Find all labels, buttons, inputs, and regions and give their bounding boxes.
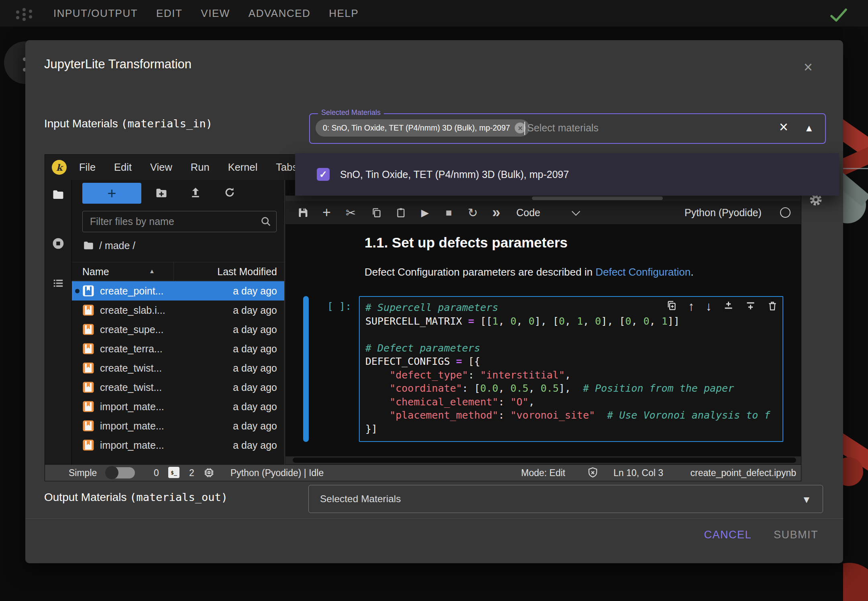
code-token: }]: [365, 423, 377, 435]
file-row[interactable]: import_mate...a day ago: [72, 435, 284, 455]
code-line: "placement_method": "voronoi_site" # Use…: [365, 409, 782, 422]
run-cell-icon[interactable]: ▶: [421, 201, 429, 224]
topbar-menu-item[interactable]: VIEW: [201, 7, 230, 20]
material-option-label[interactable]: SnO, Tin Oxide, TET (P4/nmm) 3D (Bulk), …: [340, 169, 569, 180]
cell-type-caret-icon[interactable]: [573, 201, 579, 224]
jupyter-statusbar: Simple 0 $_ 2 Python (Pyodide) | Idle Mo…: [45, 465, 801, 481]
terminal-count[interactable]: 0: [154, 468, 159, 478]
code-token: "coordinate": [389, 382, 462, 394]
file-browser-tab-icon[interactable]: [52, 189, 64, 202]
jupyter-menu-item[interactable]: Kernel: [219, 161, 267, 173]
jupyter-menu-item[interactable]: Edit: [105, 161, 141, 173]
new-launcher-button[interactable]: +: [82, 183, 141, 204]
cut-icon[interactable]: ✂: [346, 201, 356, 224]
file-row[interactable]: create_twist...a day ago: [72, 378, 284, 397]
selected-materials-field[interactable]: Selected Materials 0: SnO, Tin Oxide, TE…: [309, 113, 826, 144]
code-token: [462, 315, 468, 327]
input-materials-label-text: Input Materials: [44, 117, 121, 130]
shield-x-icon[interactable]: [587, 467, 599, 481]
topbar-menu-item[interactable]: EDIT: [156, 7, 182, 20]
jupyterlite-window: k FileEditViewRunKernelTabs: [45, 155, 801, 481]
table-of-contents-tab-icon[interactable]: [52, 277, 64, 291]
jupyter-menu-item[interactable]: Run: [181, 161, 219, 173]
topbar-menu-item[interactable]: INPUT/OUTPUT: [53, 7, 138, 20]
notebook-filename[interactable]: create_point_defect.ipynb: [691, 468, 796, 478]
file-row[interactable]: create_slab.i...a day ago: [72, 300, 284, 320]
upload-icon[interactable]: [189, 186, 202, 200]
save-icon[interactable]: [297, 201, 309, 224]
topbar-menu-item[interactable]: ADVANCED: [249, 7, 311, 20]
notebook-hscrollbar[interactable]: [285, 456, 801, 464]
insert-cell-icon[interactable]: +: [322, 201, 331, 224]
kernel-count[interactable]: 2: [189, 468, 194, 478]
code-line: # Defect parameters: [365, 341, 782, 355]
simple-mode-label: Simple: [69, 468, 97, 478]
code-token: ,: [528, 382, 540, 394]
material-chip[interactable]: 0: SnO, Tin Oxide, TET (P4/nmm) 3D (Bulk…: [316, 119, 530, 137]
material-checkbox[interactable]: ✓: [317, 168, 330, 181]
jupyter-menu-item[interactable]: File: [70, 161, 105, 173]
column-name[interactable]: Name: [82, 266, 109, 278]
cell-collapser[interactable]: [303, 296, 309, 442]
submit-button[interactable]: SUBMIT: [774, 529, 818, 541]
defect-configuration-link[interactable]: Defect Configuration: [595, 266, 691, 278]
move-cell-up-icon[interactable]: ↑: [688, 300, 695, 313]
restart-run-all-icon[interactable]: »: [492, 201, 500, 224]
delete-cell-icon[interactable]: [767, 300, 778, 313]
materials-search-input[interactable]: Select materials: [527, 122, 599, 134]
breadcrumb[interactable]: / made /: [83, 240, 135, 251]
file-row[interactable]: import_mate...a day ago: [72, 397, 284, 416]
kernel-status-icon[interactable]: [780, 201, 791, 224]
editor-mode[interactable]: Mode: Edit: [521, 468, 565, 478]
file-row[interactable]: import_mate...a day ago: [72, 416, 284, 435]
simple-mode-toggle[interactable]: [106, 467, 135, 478]
collapse-caret-icon[interactable]: ▲: [804, 123, 814, 134]
jupyter-menu-item[interactable]: View: [141, 161, 181, 173]
app-topbar: INPUT/OUTPUTEDITVIEWADVANCEDHELP: [0, 0, 868, 27]
code-cell[interactable]: ↑ ↓ # Supercell para: [359, 296, 783, 442]
cell-type-select[interactable]: Code: [516, 201, 540, 224]
clear-selection-icon[interactable]: ×: [779, 119, 788, 135]
paste-icon[interactable]: [395, 201, 406, 224]
topbar-menu-item[interactable]: HELP: [329, 7, 359, 20]
close-icon[interactable]: ×: [804, 59, 813, 75]
move-cell-down-icon[interactable]: ↓: [706, 300, 712, 313]
code-token: 0: [595, 315, 601, 327]
tabbar-scrollbar[interactable]: [285, 196, 801, 201]
file-row[interactable]: create_point...a day ago: [72, 281, 284, 300]
code-token: "voronoi_site": [510, 409, 595, 421]
code-token: DEFECT_CONFIGS: [365, 356, 450, 367]
file-name: import_mate...: [100, 401, 164, 413]
file-row[interactable]: create_terra...a day ago: [72, 339, 284, 358]
output-materials-select[interactable]: Selected Materials ▼: [308, 485, 823, 513]
column-last-modified[interactable]: Last Modified: [217, 266, 277, 278]
insert-cell-below-icon[interactable]: [745, 300, 756, 313]
interrupt-kernel-icon[interactable]: ■: [446, 201, 452, 224]
kernel-status-text[interactable]: Python (Pyodide) | Idle: [230, 468, 324, 478]
file-modified: a day ago: [233, 401, 277, 413]
insert-cell-above-icon[interactable]: [723, 300, 734, 313]
notebook-file-icon: [82, 439, 94, 451]
running-sessions-tab-icon[interactable]: [52, 237, 65, 251]
code-token: 0: [510, 315, 516, 327]
app-logo-icon[interactable]: [16, 8, 34, 20]
code-line: SUPERCELL_MATRIX = [[1, 0, 0], [0, 1, 0]…: [365, 315, 782, 328]
code-token: [[: [474, 315, 492, 327]
filter-files-input[interactable]: Filter files by name: [82, 211, 277, 232]
refresh-icon[interactable]: [224, 186, 236, 200]
terminal-icon[interactable]: $_: [168, 467, 179, 478]
code-lines[interactable]: # Supercell parametersSUPERCELL_MATRIX =…: [365, 301, 782, 435]
kernel-name[interactable]: Python (Pyodide): [685, 201, 762, 224]
duplicate-cell-icon[interactable]: [666, 300, 677, 313]
restart-kernel-icon[interactable]: ↻: [468, 201, 478, 224]
file-row[interactable]: create_supe...a day ago: [72, 320, 284, 339]
copy-icon[interactable]: [371, 201, 382, 224]
cursor-position[interactable]: Ln 10, Col 3: [613, 468, 663, 478]
file-row[interactable]: create_twist...a day ago: [72, 358, 284, 378]
success-check-icon: [830, 8, 847, 24]
code-token: 1: [492, 315, 498, 327]
code-token: 0.0: [480, 382, 498, 394]
cancel-button[interactable]: CANCEL: [704, 529, 752, 541]
new-folder-icon[interactable]: [155, 187, 167, 201]
kernel-chip-icon[interactable]: [203, 467, 215, 481]
